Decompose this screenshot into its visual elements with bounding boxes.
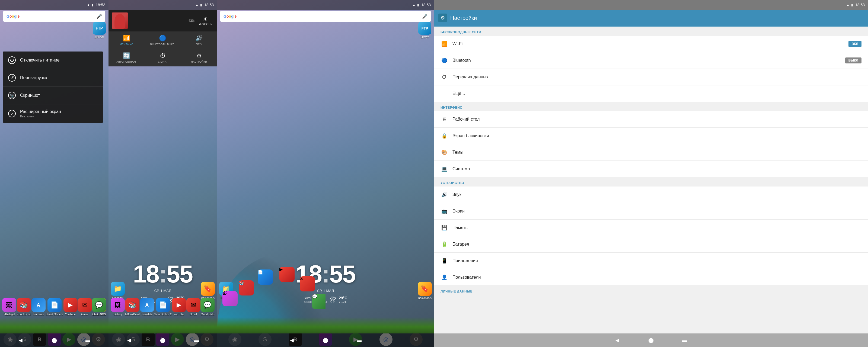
app-office-p1[interactable]: 📄 Smart Office 2: [46, 298, 63, 316]
youtube-icon: ▶: [63, 298, 78, 312]
settings-memory[interactable]: 💾 Память: [434, 220, 868, 236]
notif-avatar: [112, 12, 128, 29]
app-gallery-p1[interactable]: 🖼 Gallery: [2, 298, 16, 316]
nav-back-p3[interactable]: ◀: [286, 336, 298, 344]
bookmarks-icon-p2: 🔖: [201, 282, 215, 296]
search-bar-p3[interactable]: Google 🎤: [220, 11, 431, 22]
nav-back-p2[interactable]: ◀: [123, 336, 135, 344]
app-gallery-p2[interactable]: 🖼 Gallery: [111, 298, 125, 316]
settings-apps[interactable]: 📱 Приложения: [434, 253, 868, 269]
apps-label: Приложения: [453, 258, 862, 263]
settings-users[interactable]: 👤 Пользователи: [434, 269, 868, 286]
translate-label: Translate: [33, 313, 44, 316]
radial-office[interactable]: 📄: [258, 270, 273, 285]
data-settings-label: Передача данных: [453, 74, 862, 80]
ftp-desktop-icon[interactable]: FTP Диступ: [93, 22, 106, 38]
mic-icon[interactable]: 🎤: [97, 14, 102, 19]
app-ebook-p1[interactable]: 📚 EBookDroid: [17, 298, 31, 316]
settings-themes[interactable]: 🎨 Темы: [434, 144, 868, 161]
search-bar-panel1[interactable]: Google 🎤: [3, 11, 105, 22]
quick-settings[interactable]: ⚙ НАСТРОЙКИ: [181, 49, 217, 66]
translate-icon: A: [31, 298, 45, 312]
extended-screen-icon: ⤢: [8, 110, 16, 117]
ftp-icon-p3[interactable]: FTP Диступ: [418, 22, 431, 38]
panel-settings: ▲ ▮ 18:53 ⚙ Настройки БЕСПРОВОДНЫЕ СЕТИ …: [434, 0, 868, 347]
memory-icon: 💾: [440, 224, 448, 231]
settings-bluetooth[interactable]: 🔵 Bluetooth ВЫКЛ: [434, 52, 868, 69]
radial-youtube[interactable]: ▶: [279, 267, 294, 282]
nav-home-p2[interactable]: ⬤: [157, 336, 169, 344]
radial-ebook[interactable]: 📚: [239, 280, 254, 295]
settings-desktop[interactable]: 🖥 Рабочий стол: [434, 111, 868, 128]
quick-sound-label: ЗВУК: [196, 43, 203, 45]
wifi-toggle[interactable]: ВКЛ: [848, 41, 862, 47]
app-office-p2[interactable]: 📄 Smart Office 2: [154, 298, 172, 316]
themes-label: Темы: [453, 150, 862, 155]
nav-bar-p4: ◀ ⬤ ▬: [434, 334, 868, 347]
nav-recents-p3[interactable]: ▬: [353, 336, 365, 344]
status-time: 18:53: [96, 3, 105, 7]
more-settings-icon: [440, 90, 448, 97]
app-gmail-p1[interactable]: ✉ Gmail: [78, 298, 92, 316]
mic-icon-p3[interactable]: 🎤: [422, 14, 428, 19]
settings-content: БЕСПРОВОДНЫЕ СЕТИ 📶 Wi-Fi ВКЛ 🔵 Bluetoot…: [434, 27, 868, 334]
quick-autorotate[interactable]: 🔄 АВТОПОВОРОТ: [108, 49, 145, 66]
cloud-icon: 💬: [92, 298, 106, 312]
quick-timer[interactable]: ⏱ 1 МИН.: [145, 49, 181, 66]
battery-icon-p3: ▮: [417, 3, 419, 7]
ftp-label: Диступ: [95, 35, 104, 38]
bt-toggle[interactable]: ВЫКЛ: [845, 58, 862, 63]
nav-recents-p1[interactable]: ▬: [82, 336, 94, 344]
settings-screen[interactable]: 📺 Экран: [434, 203, 868, 220]
radial-cloud[interactable]: 💬: [312, 294, 326, 309]
bookmarks-desk-p2[interactable]: 🔖 Bookmarks: [201, 282, 215, 299]
quick-bluetooth[interactable]: 🔵 BLUETOOTH ВЫКЛ.: [145, 31, 181, 49]
settings-title: Настройки: [450, 15, 477, 21]
status-bar-p4: ▲ ▮ 18:53: [434, 0, 868, 10]
section-personal: ЛИЧНЫЕ ДАННЫЕ: [434, 286, 868, 295]
restart-item[interactable]: ↺ Перезагрузка: [3, 69, 103, 87]
settings-wifi[interactable]: 📶 Wi-Fi ВКЛ: [434, 36, 868, 52]
more-settings-label: Ещё...: [453, 91, 862, 96]
app-translate-p2[interactable]: A Translate: [140, 298, 154, 316]
themes-icon: 🎨: [440, 149, 448, 156]
extended-screen-text: Расширенный экран Выключен: [20, 109, 98, 118]
radial-gmail[interactable]: ✉: [300, 276, 315, 291]
office-icon: 📄: [48, 298, 62, 312]
quick-sound[interactable]: 🔊 ЗВУК: [181, 31, 217, 49]
app-gmail-p2[interactable]: ✉ Gmail: [186, 298, 200, 316]
nav-home-p1[interactable]: ⬤: [48, 336, 60, 344]
app-ebook-p2[interactable]: 📚 EBookDroid: [125, 298, 140, 316]
settings-battery[interactable]: 🔋 Батарея: [434, 236, 868, 253]
radial-gallery[interactable]: 🖼: [222, 291, 238, 306]
nav-recents-p2[interactable]: ▬: [190, 336, 203, 344]
status-time-p2: 18:53: [204, 3, 214, 7]
settings-sound[interactable]: 🔊 Звук: [434, 187, 868, 203]
nav-back-p1[interactable]: ◀: [14, 336, 27, 344]
app-cloud-p1[interactable]: 💬 Cloud SMS: [92, 298, 106, 316]
nav-home-p4[interactable]: ⬤: [645, 336, 657, 344]
nav-back-p4[interactable]: ◀: [611, 336, 623, 344]
status-time-p3: 18:53: [421, 3, 431, 7]
settings-data[interactable]: ⏱ Передача данных: [434, 69, 868, 85]
power-off-item[interactable]: ⏻ Отключить питание: [3, 52, 103, 69]
quick-wifi[interactable]: 📶 MENTAL45: [108, 31, 145, 49]
settings-system[interactable]: 💻 Система: [434, 161, 868, 177]
screenshot-item[interactable]: 📷 Скриншот: [3, 87, 103, 104]
app-youtube-p2[interactable]: ▶ YouTube: [172, 298, 186, 316]
app-cloud-p2[interactable]: 💬 Cloud SMS: [200, 298, 215, 316]
status-bar-p3: ▲ ▮ 18:53: [217, 0, 434, 10]
gmail-label: Gmail: [81, 313, 88, 316]
nav-home-p3[interactable]: ⬤: [319, 336, 332, 344]
fileinput-desk-p2[interactable]: 📁 File Input: [111, 282, 125, 299]
bookmarks-p3[interactable]: 🔖 Bookmarks: [418, 282, 432, 299]
power-off-text: Отключить питание: [20, 58, 98, 63]
battery-icon: ▮: [92, 3, 94, 7]
main-app-row-p2: 🖼 Gallery 📚 EBookDroid A Translate 📄 Sma…: [108, 298, 217, 316]
settings-more[interactable]: Ещё...: [434, 85, 868, 102]
settings-lockscreen[interactable]: 🔒 Экран блокировки: [434, 128, 868, 144]
app-translate-p1[interactable]: A Translate: [31, 298, 45, 316]
extended-screen-item[interactable]: ⤢ Расширенный экран Выключен: [3, 104, 103, 123]
nav-recents-p4[interactable]: ▬: [679, 336, 691, 344]
app-youtube-p1[interactable]: ▶ YouTube: [63, 298, 78, 316]
